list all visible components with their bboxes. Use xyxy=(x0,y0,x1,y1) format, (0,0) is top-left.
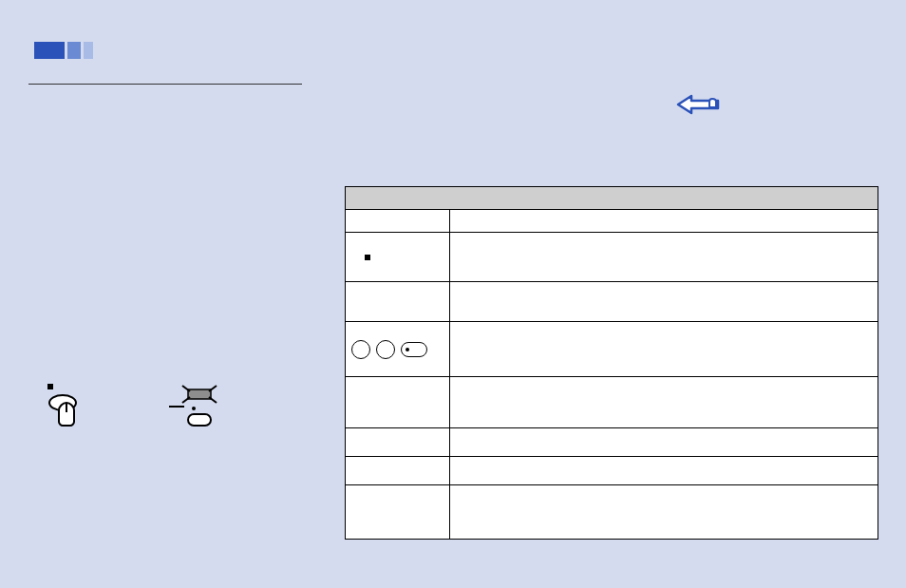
section-title-underline xyxy=(28,84,302,85)
svg-line-6 xyxy=(182,397,190,403)
press-button-icon xyxy=(46,382,91,427)
svg-point-8 xyxy=(192,407,196,410)
circle-icon xyxy=(376,340,395,359)
svg-rect-9 xyxy=(188,414,211,426)
blinking-indicator-icon xyxy=(169,382,226,427)
table-cell-left xyxy=(346,322,450,376)
svg-rect-3 xyxy=(188,389,211,399)
table-header xyxy=(346,187,878,210)
table-cell-right xyxy=(450,485,878,539)
table-cell-left xyxy=(346,485,450,539)
table-row xyxy=(346,377,878,428)
table-cell-right xyxy=(450,233,878,281)
table-cell-right xyxy=(450,210,878,232)
svg-line-4 xyxy=(182,386,190,391)
table-cell-right xyxy=(450,377,878,427)
table-cell-left xyxy=(346,210,450,232)
table-row xyxy=(346,485,878,539)
table-cell-left xyxy=(346,233,450,281)
table-cell-left xyxy=(346,377,450,427)
table-cell-right xyxy=(450,322,878,376)
section-decor-bars xyxy=(34,42,93,59)
table-row xyxy=(346,210,878,233)
decor-bar-3 xyxy=(84,42,93,59)
pill-dot-icon xyxy=(406,348,409,351)
table-row xyxy=(346,322,878,377)
table-cell-right xyxy=(450,428,878,456)
toggle-pill-icon xyxy=(401,342,427,357)
table-cell-left xyxy=(346,282,450,321)
table-row xyxy=(346,233,878,282)
settings-table xyxy=(345,186,878,540)
svg-line-5 xyxy=(209,386,217,391)
bullet-icon xyxy=(365,255,370,260)
circle-icon xyxy=(351,340,370,359)
table-cell-left xyxy=(346,457,450,484)
decor-bar-1 xyxy=(34,42,65,59)
table-row xyxy=(346,282,878,322)
svg-line-7 xyxy=(209,397,217,403)
decor-bar-2 xyxy=(67,42,81,59)
table-cell-left xyxy=(346,428,450,456)
svg-rect-0 xyxy=(47,384,53,389)
table-cell-right xyxy=(450,457,878,484)
table-cell-right xyxy=(450,282,878,321)
table-row xyxy=(346,428,878,457)
pointing-hand-icon xyxy=(674,87,720,122)
table-row xyxy=(346,457,878,485)
